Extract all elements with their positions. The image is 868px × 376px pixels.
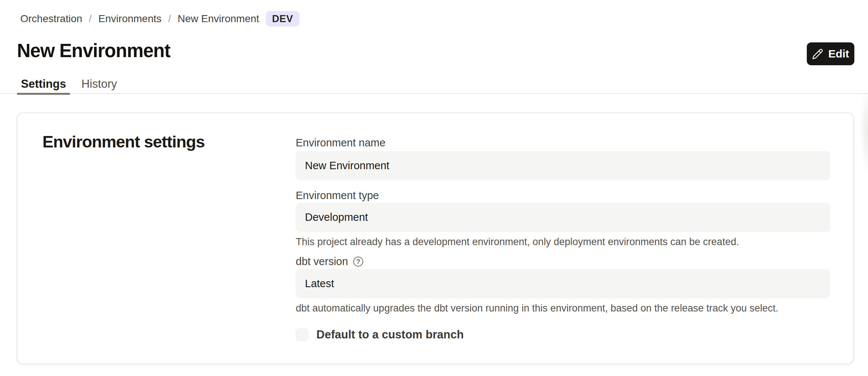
environment-name-label: Environment name (296, 137, 385, 149)
page-title: New Environment (17, 40, 170, 62)
pencil-icon (812, 48, 823, 60)
tab-history[interactable]: History (76, 74, 122, 94)
environment-type-value: Development (305, 211, 368, 223)
edit-button[interactable]: Edit (807, 42, 854, 65)
environment-settings-card: Environment settings Environment name Ne… (17, 112, 854, 364)
custom-branch-checkbox-row[interactable]: Default to a custom branch (296, 328, 464, 341)
custom-branch-checkbox[interactable] (296, 328, 308, 341)
environment-type-input[interactable]: Development (296, 203, 830, 232)
environment-type-label: Environment type (296, 189, 379, 202)
dbt-version-value: Latest (305, 278, 334, 290)
edit-button-label: Edit (828, 48, 849, 60)
tab-settings[interactable]: Settings (17, 74, 70, 94)
dbt-version-label: dbt version ? (296, 255, 363, 268)
help-icon[interactable]: ? (353, 257, 363, 267)
dbt-version-helper-text: dbt automatically upgrades the dbt versi… (296, 302, 830, 314)
breadcrumb-item-orchestration[interactable]: Orchestration (20, 13, 82, 25)
tab-bar: Settings History (0, 74, 868, 94)
breadcrumb-item-new-environment: New Environment (178, 13, 259, 25)
environment-name-input[interactable]: New Environment (296, 151, 830, 180)
custom-branch-checkbox-label: Default to a custom branch (316, 328, 464, 341)
breadcrumb-item-environments[interactable]: Environments (98, 13, 162, 25)
dbt-version-input[interactable]: Latest (296, 269, 830, 298)
breadcrumb-separator: / (168, 13, 171, 25)
card-heading: Environment settings (42, 132, 205, 152)
environment-name-value: New Environment (305, 160, 389, 172)
breadcrumb-separator: / (89, 13, 92, 25)
environment-dev-badge: DEV (266, 11, 299, 27)
environment-type-helper-text: This project already has a development e… (296, 236, 830, 248)
environment-settings-form: Environment name New Environment Environ… (296, 113, 830, 365)
breadcrumb: Orchestration / Environments / New Envir… (20, 10, 299, 27)
